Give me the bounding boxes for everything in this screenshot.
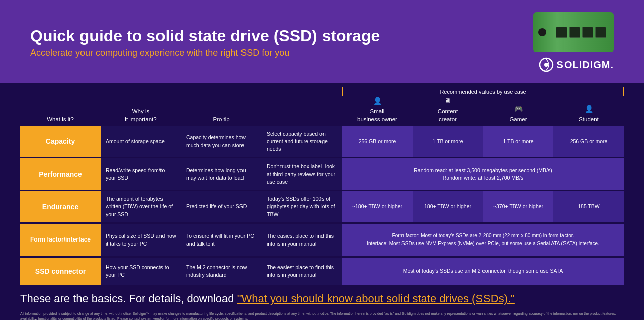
student-icon: 👤 [554,104,623,114]
row-performance: Performance Read/write speed from/to you… [20,158,624,190]
performance-what: Read/write speed from/to your SSD [101,158,181,190]
capacity-what: Amount of storage space [101,126,181,157]
form-what: Physical size of SSD and how it talks to… [101,224,181,256]
performance-combined: Random read: at least 3,500 megabytes pe… [342,158,624,190]
connector-label: SSD connector [20,258,101,285]
endurance-student: 185 TBW [553,191,624,222]
capacity-gamer: 1 TB or more [483,126,553,157]
gamer-icon: 🎮 [484,104,552,114]
col-header-cc: 🖥 Contentcreator [413,96,483,124]
connector-what: How your SSD connects to your PC [101,258,181,285]
solidigm-logo-icon [539,57,554,72]
endurance-why: Predicted life of your SSD [181,191,262,222]
capacity-sbo: 256 GB or more [342,126,413,157]
col-header-student: 👤 Student [553,104,624,124]
col-header-sbo: 👤 Smallbusiness owner [342,96,413,124]
endurance-gamer: ~370+ TBW or higher [483,191,553,222]
page-title: Quick guide to solid state drive (SSD) s… [30,26,533,45]
endurance-sbo: ~180+ TBW or higher [342,191,413,222]
ssd-notch [538,28,546,36]
connector-combined: Most of today's SSDs use an M.2 connecto… [342,258,624,285]
col-header-what: What is it? [20,115,101,124]
form-why: To ensure it will fit in your PC and tal… [181,224,262,256]
endurance-label: Endurance [20,191,101,222]
capacity-pro: Select capacity based on current and fut… [262,126,342,157]
col-header-pro: Pro tip [181,115,262,124]
performance-pro: Don't trust the box label, look at third… [262,158,342,190]
svg-point-1 [544,63,548,67]
solidigm-logo: SOLIDIGM. [539,57,614,72]
sbo-icon: 👤 [343,96,412,106]
endurance-what: The amount of terabytes written (TBW) ov… [101,191,181,222]
capacity-why: Capacity determines how much data you ca… [181,126,262,157]
connector-why: The M.2 connector is now industry standa… [181,258,262,285]
endurance-cc: 180+ TBW or higher [413,191,483,222]
table-section: Recommended values by use case What is i… [0,87,644,285]
col-header-spacer [262,123,342,124]
col-header-why: Why isit important? [101,107,181,124]
col-header-gamer: 🎮 Gamer [483,104,553,124]
recommended-label: Recommended values by use case [342,87,624,96]
row-endurance: Endurance The amount of terabytes writte… [20,191,624,222]
form-label: Form factor/interface [20,224,101,256]
connector-pro: The easiest place to find this info is i… [262,258,342,285]
form-combined: Form factor: Most of today's SSDs are 2,… [342,224,624,256]
form-pro: The easiest place to find this info is i… [262,224,342,256]
ssd-image [533,12,614,52]
footer-cta: These are the basics. For details, downl… [0,286,644,308]
endurance-pro: Today's SSDs offer 100s of gigabytes per… [262,191,342,222]
row-capacity: Capacity Amount of storage space Capacit… [20,126,624,157]
ssd-chips [556,27,606,38]
capacity-label: Capacity [20,126,101,157]
row-ssd-connector: SSD connector How your SSD connects to y… [20,258,624,285]
header: Quick guide to solid state drive (SSD) s… [0,0,644,83]
cc-icon: 🖥 [414,96,482,106]
footer-link[interactable]: "What you should know about solid state … [237,292,515,305]
performance-why: Determines how long you may wait for dat… [181,158,262,190]
performance-label: Performance [20,158,101,190]
capacity-cc: 1 TB or more [413,126,483,157]
row-form-factor: Form factor/interface Physical size of S… [20,224,624,256]
solidigm-logo-text: SOLIDIGM. [557,59,614,71]
footer-disclaimer: All information provided is subject to c… [0,308,644,320]
capacity-student: 256 GB or more [553,126,624,157]
page-subtitle: Accelerate your computing experience wit… [30,48,533,58]
